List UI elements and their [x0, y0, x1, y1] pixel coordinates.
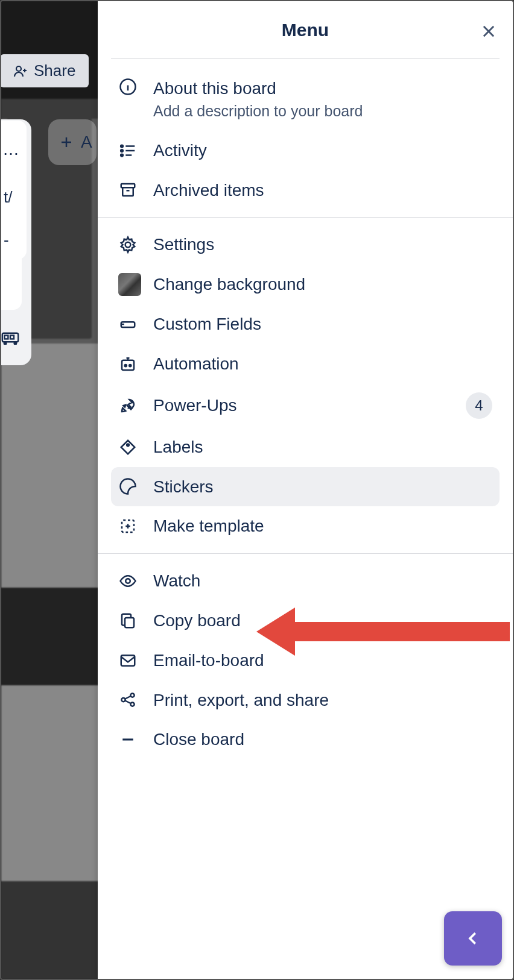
svg-point-15	[129, 365, 131, 366]
collapse-panel-button[interactable]	[444, 911, 502, 966]
menu-item-label: Close board	[153, 728, 244, 751]
share-nodes-icon	[118, 690, 138, 709]
svg-point-5	[14, 342, 17, 345]
svg-point-9	[121, 154, 123, 156]
menu-item-copy-board[interactable]: Copy board	[111, 601, 500, 641]
menu-header: Menu	[111, 1, 500, 59]
card-text-frag: t/	[4, 188, 22, 207]
svg-point-8	[121, 149, 123, 152]
menu-item-activity[interactable]: Activity	[111, 131, 500, 171]
more-icon[interactable]: …	[2, 140, 17, 159]
activity-icon	[118, 141, 138, 160]
menu-item-stickers[interactable]: Stickers	[111, 467, 500, 507]
powerups-count-badge: 4	[466, 392, 492, 419]
add-list-label: A	[81, 133, 92, 152]
share-label: Share	[34, 61, 75, 80]
chevron-left-icon	[464, 929, 482, 947]
menu-item-label: Watch	[153, 570, 200, 592]
svg-point-16	[127, 444, 129, 446]
background-thumbnail-icon	[118, 273, 141, 296]
svg-point-14	[125, 365, 127, 366]
menu-item-label: About this board	[153, 77, 492, 100]
mail-icon	[118, 651, 138, 670]
menu-item-label: Labels	[153, 436, 203, 459]
svg-rect-13	[122, 360, 134, 370]
rocket-icon	[118, 396, 138, 415]
menu-item-watch[interactable]: Watch	[111, 561, 500, 601]
menu-item-label: Custom Fields	[153, 313, 261, 336]
menu-item-background[interactable]: Change background	[111, 265, 500, 304]
menu-item-label: Print, export, and share	[153, 689, 329, 712]
svg-rect-2	[4, 335, 8, 339]
close-icon	[480, 23, 497, 40]
tag-icon	[118, 315, 138, 334]
menu-item-print-export[interactable]: Print, export, and share	[111, 680, 500, 720]
plus-icon	[59, 135, 74, 149]
archive-icon	[118, 180, 138, 199]
svg-point-4	[4, 342, 7, 345]
menu-item-email[interactable]: Email-to-board	[111, 641, 500, 680]
gear-icon	[118, 235, 138, 254]
menu-item-subtitle: Add a description to your board	[153, 102, 492, 120]
menu-item-about[interactable]: About this board Add a description to yo…	[111, 66, 500, 131]
card-text-frag: -	[4, 231, 22, 250]
svg-point-7	[121, 145, 123, 147]
menu-item-automation[interactable]: Automation	[111, 344, 500, 384]
board-menu-panel: Menu About this board Add a description …	[98, 1, 513, 979]
menu-item-label: Archived items	[153, 179, 264, 202]
menu-item-label: Email-to-board	[153, 649, 264, 672]
menu-item-template[interactable]: Make template	[111, 506, 500, 546]
svg-rect-3	[10, 335, 14, 339]
menu-item-archived[interactable]: Archived items	[111, 171, 500, 210]
svg-point-11	[125, 242, 131, 248]
transport-icon	[1, 330, 19, 345]
add-list-button[interactable]: A	[48, 119, 97, 165]
sticker-icon	[118, 477, 138, 496]
copy-icon	[118, 611, 138, 630]
menu-item-label: Stickers	[153, 476, 214, 498]
robot-icon	[118, 354, 138, 374]
menu-section: Watch Copy board Email-to-board Print, e…	[98, 554, 513, 767]
minus-icon	[118, 730, 138, 749]
label-icon	[118, 438, 138, 457]
menu-item-label: Change background	[153, 273, 305, 296]
menu-section: About this board Add a description to yo…	[98, 59, 513, 218]
template-icon	[118, 517, 138, 536]
menu-item-custom-fields[interactable]: Custom Fields	[111, 304, 500, 344]
info-icon	[118, 77, 138, 96]
menu-section: Settings Change background Custom Fields…	[98, 218, 513, 554]
user-plus-icon	[13, 64, 28, 78]
svg-point-18	[125, 579, 130, 583]
menu-item-settings[interactable]: Settings	[111, 225, 500, 265]
menu-item-label: Copy board	[153, 609, 241, 632]
svg-rect-19	[125, 618, 134, 627]
menu-item-powerups[interactable]: Power-Ups 4	[111, 384, 500, 427]
svg-point-0	[16, 66, 21, 71]
eye-icon	[118, 571, 138, 591]
svg-rect-10	[121, 184, 135, 187]
menu-item-labels[interactable]: Labels	[111, 427, 500, 467]
menu-item-close-board[interactable]: Close board	[111, 720, 500, 759]
close-menu-button[interactable]	[478, 20, 500, 42]
menu-title: Menu	[282, 20, 329, 40]
menu-item-label: Automation	[153, 353, 239, 375]
menu-item-label: Make template	[153, 515, 264, 538]
svg-rect-20	[121, 655, 135, 666]
card-content-stub: t/ -	[0, 171, 22, 310]
menu-item-label: Settings	[153, 233, 214, 256]
menu-item-label: Power-Ups	[153, 394, 466, 417]
menu-item-label: Activity	[153, 139, 207, 162]
share-button[interactable]: Share	[0, 54, 89, 87]
